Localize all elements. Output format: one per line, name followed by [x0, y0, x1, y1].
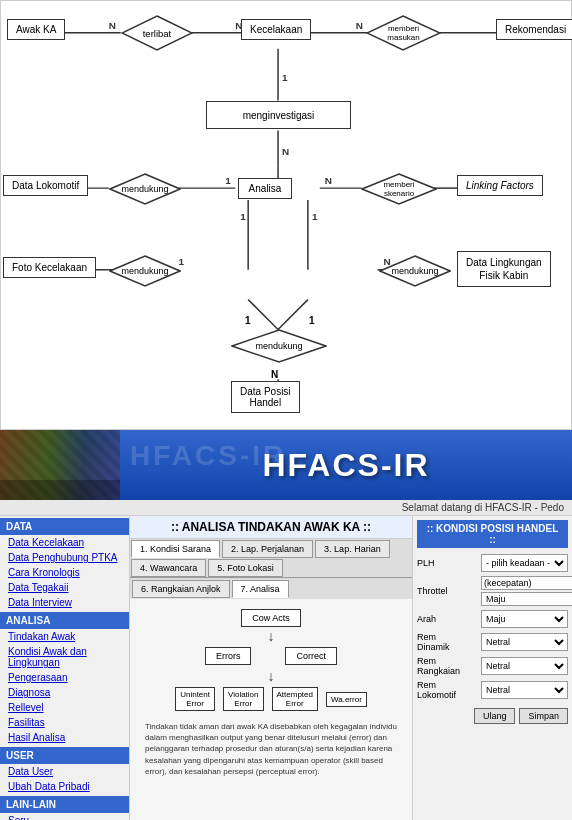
sidebar-item-data-penghubung[interactable]: Data Penghubung PTKA — [0, 550, 129, 565]
simpan-button[interactable]: Simpan — [519, 708, 568, 724]
svg-text:1: 1 — [282, 72, 288, 83]
sidebar-item-fasilitas[interactable]: Fasilitas — [0, 715, 129, 730]
sidebar-section-data: DATA — [0, 518, 129, 535]
flow-description: Tindakan tidak aman dari awak KA disebab… — [141, 721, 401, 777]
er-box-data-lingkungan: Data LingkunganFisik Kabin — [457, 251, 551, 287]
svg-text:N: N — [325, 175, 332, 186]
sidebar-item-kondisi-awak[interactable]: Kondisi Awak dan Lingkungan — [0, 644, 129, 670]
svg-text:N: N — [282, 146, 289, 157]
app-sidebar: DATA Data Kecelakaan Data Penghubung PTK… — [0, 516, 130, 820]
flow-box-cow-acts: Cow Acts — [241, 609, 301, 627]
form-row-rem-lokomotif: RemLokomotif Netral — [417, 680, 568, 700]
er-box-data-lokomotif: Data Lokomotif — [3, 175, 88, 196]
select-plh[interactable]: - pilih keadaan - — [481, 554, 568, 572]
app-section: HFACS-IR HFACS-IR Selamat datang di HFAC… — [0, 430, 572, 820]
flow-box-waerror: Wa.error — [326, 692, 367, 707]
er-box-data-posisi-handel: Data PosisiHandel — [231, 381, 300, 413]
er-box-foto-kecelakaan: Foto Kecelakaan — [3, 257, 96, 278]
flow-box-correct: Correct — [285, 647, 337, 665]
svg-text:N: N — [109, 20, 116, 31]
form-row-throttel: Throttel Maju — [417, 576, 568, 606]
er-diamond-memberi-skenario: memberiskenario — [361, 173, 437, 205]
tab-foto-lokasi[interactable]: 5. Foto Lokasi — [208, 559, 283, 577]
form-row-plh: PLH - pilih keadaan - — [417, 554, 568, 572]
flow-box-violation: ViolationError — [223, 687, 264, 711]
select-rem-lokomotif[interactable]: Netral — [481, 681, 568, 699]
label-rem-rangkaian: RemRangkaian — [417, 656, 477, 676]
form-row-rem-rangkaian: RemRangkaian Netral — [417, 656, 568, 676]
tab-kondisi-sarana[interactable]: 1. Kondisi Sarana — [131, 540, 220, 558]
app-header: HFACS-IR HFACS-IR — [0, 430, 572, 500]
sidebar-item-rellevel[interactable]: Rellevel — [0, 700, 129, 715]
flow-box-unintent: UnintentError — [175, 687, 215, 711]
form-row-rem-dinamik: RemDinamik Netral — [417, 632, 568, 652]
select-rem-dinamik[interactable]: Netral — [481, 633, 568, 651]
flow-arrow-2: ↓ — [268, 669, 275, 683]
tabs-row-2: 6. Rangkaian Anjlok 7. Analisa — [130, 578, 412, 599]
er-diamond-mendukung3: mendukung — [379, 255, 451, 287]
tabs-row-1: 1. Kondisi Sarana 2. Lap. Perjalanan 3. … — [130, 539, 412, 578]
label-throttel: Throttel — [417, 586, 477, 596]
input-throttel-speed[interactable] — [481, 576, 572, 590]
sidebar-item-data-tegakaii[interactable]: Data Tegakaii — [0, 580, 129, 595]
sidebar-item-data-interview[interactable]: Data Interview — [0, 595, 129, 610]
app-body: DATA Data Kecelakaan Data Penghubung PTK… — [0, 516, 572, 820]
main-title: :: ANALISA TINDAKAN AWAK KA :: — [130, 516, 412, 539]
er-diamond-mendukung1: mendukung — [109, 173, 181, 205]
label-arah: Arah — [417, 614, 477, 624]
flow-box-errors: Errors — [205, 647, 252, 665]
sidebar-item-diagnosa[interactable]: Diagnosa — [0, 685, 129, 700]
er-box-rekomendasi: Rekomendasi — [496, 19, 572, 40]
svg-text:1: 1 — [312, 211, 318, 222]
ulang-button[interactable]: Ulang — [474, 708, 516, 724]
app-header-image — [0, 430, 120, 500]
er-diamond-mendukung2: mendukung — [109, 255, 181, 287]
sidebar-item-hasil-analisa[interactable]: Hasil Analisa — [0, 730, 129, 745]
app-title-area: HFACS-IR HFACS-IR — [120, 447, 572, 484]
tab-lap-perjalanan[interactable]: 2. Lap. Perjalanan — [222, 540, 313, 558]
sidebar-item-data-kecelakaan[interactable]: Data Kecelakaan — [0, 535, 129, 550]
er-diamond-memberi-masukan: memberimasukan — [366, 15, 441, 51]
flow-arrow-1: ↓ — [268, 629, 275, 643]
sidebar-item-cara-kronologis[interactable]: Cara Kronologis — [0, 565, 129, 580]
svg-text:1: 1 — [240, 211, 246, 222]
svg-line-30 — [248, 300, 278, 330]
svg-text:1: 1 — [225, 175, 231, 186]
er-box-menginvestigasi: menginvestigasi — [206, 101, 351, 129]
sidebar-section-user: USER — [0, 747, 129, 764]
svg-text:N: N — [356, 20, 363, 31]
tab-wawancara[interactable]: 4. Wawancara — [131, 559, 206, 577]
tab-analisa[interactable]: 7. Analisa — [232, 580, 289, 598]
select-rem-rangkaian[interactable]: Netral — [481, 657, 568, 675]
label-plh: PLH — [417, 558, 477, 568]
er-diagram: N N N 1 N N 1 N N 1 N 1 1 — [0, 0, 572, 430]
svg-line-31 — [278, 300, 308, 330]
sidebar-item-tindakan-awak[interactable]: Tindakan Awak — [0, 629, 129, 644]
tab-rangkaian-anjlok[interactable]: 6. Rangkaian Anjlok — [132, 580, 230, 598]
label-rem-dinamik: RemDinamik — [417, 632, 477, 652]
app-watermark: HFACS-IR — [130, 440, 286, 472]
sidebar-section-analisa: ANALISA — [0, 612, 129, 629]
flow-box-attempted: AttemptedError — [272, 687, 318, 711]
er-diamond-terlibat: terlibat — [121, 15, 193, 51]
sidebar-item-pengerasaan[interactable]: Pengerasaan — [0, 670, 129, 685]
er-box-kecelakaan: Kecelakaan — [241, 19, 311, 40]
right-panel-title: :: KONDISI POSISI HANDEL :: — [417, 520, 568, 548]
tab-lap-harian[interactable]: 3. Lap. Harian — [315, 540, 390, 558]
sidebar-item-ubah-data[interactable]: Ubah Data Pribadi — [0, 779, 129, 794]
sidebar-item-seru[interactable]: Seru — [0, 813, 129, 820]
select-arah[interactable]: Maju — [481, 610, 568, 628]
right-panel: :: KONDISI POSISI HANDEL :: PLH - pilih … — [412, 516, 572, 820]
er-box-awak-ka: Awak KA — [7, 19, 65, 40]
er-box-analisa: Analisa — [238, 178, 292, 199]
sidebar-section-lain: LAIN-LAIN — [0, 796, 129, 813]
main-content: :: ANALISA TINDAKAN AWAK KA :: 1. Kondis… — [130, 516, 412, 820]
form-row-arah: Arah Maju — [417, 610, 568, 628]
er-diamond-mendukung4: mendukung — [231, 329, 327, 363]
sidebar-item-data-user[interactable]: Data User — [0, 764, 129, 779]
app-welcome-text: Selamat datang di HFACS-IR - Pedo — [0, 500, 572, 516]
flow-diagram: Cow Acts ↓ Errors Correct ↓ UnintentErro… — [130, 599, 412, 785]
form-buttons: Ulang Simpan — [417, 708, 568, 724]
er-box-linking-factors: Linking Factors — [457, 175, 543, 196]
select-throttel-dir[interactable]: Maju — [481, 592, 572, 606]
